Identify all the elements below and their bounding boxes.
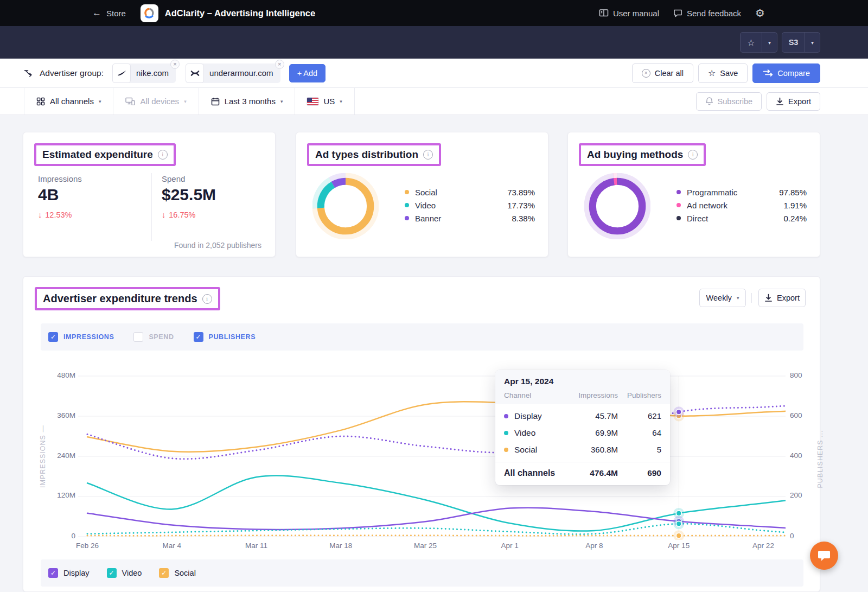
top-app-bar: ← Store AdClarity – Advertising Intellig… bbox=[0, 0, 868, 26]
channels-grid-icon bbox=[36, 97, 45, 106]
social-series-toggle[interactable]: ✓ Social bbox=[159, 568, 196, 578]
y-tick: 0 bbox=[48, 532, 75, 540]
x-tick: Mar 11 bbox=[232, 542, 281, 550]
publishers-toggle[interactable]: ✓ PUBLISHERS bbox=[194, 332, 256, 342]
preset-button[interactable]: S3 bbox=[782, 33, 805, 52]
video-series-toggle[interactable]: ✓ Video bbox=[107, 568, 142, 578]
tooltip-row: Video 69.9M 64 bbox=[504, 424, 661, 441]
impressions-change-value: 12.53% bbox=[45, 211, 72, 219]
highlight-annotation: Advertiser expenditure trends i bbox=[35, 287, 220, 310]
legend-row: Social 73.89% bbox=[405, 186, 535, 199]
spend-change-value: 16.75% bbox=[169, 211, 195, 219]
legend-label: Programmatic bbox=[687, 188, 769, 197]
remove-chip-icon[interactable]: × bbox=[275, 60, 284, 69]
preset-split-button: S3 ▾ bbox=[782, 32, 820, 53]
advertiser-chip-underarmour[interactable]: underarmour.com × bbox=[186, 63, 280, 83]
bell-icon bbox=[705, 97, 713, 106]
legend-label: Social bbox=[415, 188, 497, 197]
favorite-split-button: ☆ ▾ bbox=[740, 32, 777, 53]
toggle-label: Social bbox=[174, 569, 196, 577]
metric-toggle-band: ✓ IMPRESSIONS SPEND ✓ PUBLISHERS bbox=[41, 323, 803, 351]
nike-favicon bbox=[112, 63, 131, 83]
legend-value: 97.85% bbox=[769, 188, 807, 197]
compare-arrows-icon bbox=[763, 69, 773, 77]
subscribe-button[interactable]: Subscribe bbox=[696, 92, 762, 111]
y-tick: 200 bbox=[790, 491, 817, 499]
tooltip-row: Display 45.7M 621 bbox=[504, 408, 661, 424]
preset-dropdown-caret[interactable]: ▾ bbox=[805, 33, 820, 52]
ad-types-distribution-card: Ad types distribution i Social 73.89% Vi… bbox=[296, 132, 548, 257]
interval-label: Weekly bbox=[706, 294, 732, 302]
spend-label: Spend bbox=[162, 174, 216, 183]
legend-row: Banner 8.38% bbox=[405, 212, 535, 225]
compare-button[interactable]: Compare bbox=[752, 63, 820, 83]
export-button[interactable]: Export bbox=[767, 92, 820, 111]
chat-widget-button[interactable] bbox=[810, 542, 838, 570]
impressions-label: Impressions bbox=[38, 174, 82, 183]
devices-filter-label: All devices bbox=[140, 97, 179, 106]
col-channel: Channel bbox=[504, 391, 563, 399]
remove-chip-icon[interactable]: × bbox=[170, 60, 180, 69]
clear-all-label: Clear all bbox=[655, 69, 684, 78]
advertiser-chip-nike[interactable]: nike.com × bbox=[112, 63, 176, 83]
save-button[interactable]: ☆ Save bbox=[698, 63, 748, 83]
toggle-label: Display bbox=[63, 569, 90, 577]
x-tick: Apr 1 bbox=[486, 542, 534, 550]
total-publishers: 690 bbox=[618, 468, 661, 478]
checked-checkbox: ✓ bbox=[194, 332, 203, 342]
info-icon[interactable]: i bbox=[688, 150, 698, 160]
info-icon[interactable]: i bbox=[158, 150, 168, 160]
ad-buying-donut-chart[interactable] bbox=[584, 173, 650, 239]
chat-bubble-icon bbox=[818, 550, 831, 562]
spend-value: $25.5M bbox=[162, 186, 216, 204]
send-feedback-link[interactable]: Send feedback bbox=[673, 9, 741, 18]
devices-filter-dropdown[interactable]: All devices ▾ bbox=[113, 88, 199, 114]
date-range-label: Last 3 months bbox=[225, 97, 276, 106]
chevron-down-icon: ▾ bbox=[737, 295, 739, 301]
series-dot bbox=[504, 448, 508, 452]
legend-dot bbox=[405, 216, 409, 220]
legend-dot bbox=[676, 216, 681, 220]
settings-gear-icon[interactable]: ⚙ bbox=[755, 8, 765, 18]
spend-toggle[interactable]: SPEND bbox=[133, 332, 174, 342]
save-label: Save bbox=[720, 69, 738, 78]
total-label: All channels bbox=[504, 468, 563, 478]
checked-checkbox: ✓ bbox=[159, 568, 169, 578]
publishers-footnote: Found in 2,052 publishers bbox=[174, 241, 261, 250]
legend-label: Direct bbox=[687, 214, 769, 223]
legend-value: 17.73% bbox=[497, 201, 535, 210]
trends-export-button[interactable]: Export bbox=[758, 289, 806, 307]
tooltip-row: Social 360.8M 5 bbox=[504, 441, 661, 458]
impressions-value: 4B bbox=[38, 186, 82, 204]
favorite-star-button[interactable]: ☆ bbox=[741, 33, 762, 52]
advertiser-group-label: Advertiser group: bbox=[40, 68, 104, 78]
ad-types-donut-chart[interactable] bbox=[312, 173, 379, 239]
info-icon[interactable]: i bbox=[202, 294, 212, 304]
advertiser-group-icon bbox=[24, 69, 34, 77]
channels-filter-label: All channels bbox=[50, 97, 94, 106]
legend-value: 0.24% bbox=[769, 214, 807, 223]
add-advertiser-button[interactable]: + Add bbox=[289, 64, 326, 82]
legend-row: Programmatic 97.85% bbox=[676, 186, 807, 199]
unchecked-checkbox bbox=[133, 332, 143, 342]
display-series-toggle[interactable]: ✓ Display bbox=[48, 568, 90, 578]
chevron-down-icon: ▾ bbox=[99, 99, 101, 104]
info-icon[interactable]: i bbox=[423, 150, 433, 160]
region-dropdown[interactable]: US ▾ bbox=[295, 88, 354, 114]
clear-all-button[interactable]: × Clear all bbox=[632, 63, 693, 83]
favorite-dropdown-caret[interactable]: ▾ bbox=[762, 33, 777, 52]
trend-line-chart[interactable]: 480M 360M 240M 120M 0 800 600 400 200 0 … bbox=[78, 367, 786, 540]
date-range-dropdown[interactable]: Last 3 months ▾ bbox=[199, 88, 296, 114]
impressions-toggle[interactable]: ✓ IMPRESSIONS bbox=[48, 332, 114, 342]
row-impressions: 69.9M bbox=[563, 428, 618, 437]
card-title: Estimated expenditure bbox=[42, 149, 153, 161]
series-legend-band: ✓ Display ✓ Video ✓ Social bbox=[41, 559, 803, 587]
channels-filter-dropdown[interactable]: All channels ▾ bbox=[24, 88, 113, 114]
tooltip-total-row: All channels 476.4M 690 bbox=[495, 462, 670, 485]
checked-checkbox: ✓ bbox=[48, 332, 58, 342]
legend-label: Video bbox=[415, 201, 497, 210]
user-manual-link[interactable]: User manual bbox=[599, 9, 659, 18]
interval-dropdown[interactable]: Weekly ▾ bbox=[699, 289, 746, 307]
card-title: Ad types distribution bbox=[315, 149, 418, 161]
back-to-store-button[interactable]: ← Store bbox=[92, 8, 126, 18]
